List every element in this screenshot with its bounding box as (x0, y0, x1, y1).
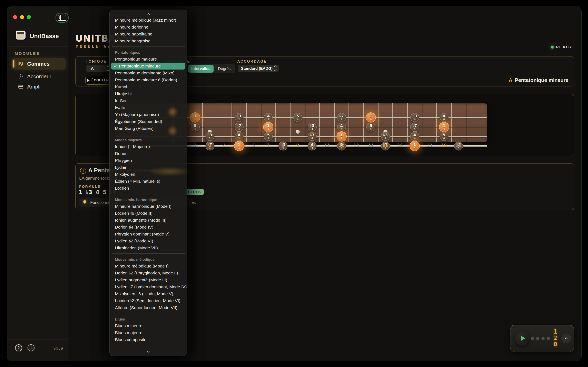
menu-item[interactable]: Blues mineure (110, 322, 187, 329)
menu-item[interactable]: Man Gong (Ritusen) (110, 125, 187, 132)
fret-number: 7 (264, 143, 273, 148)
interval-label: ♭7 (237, 124, 241, 128)
menu-item[interactable]: Lydien augmenté (Mode III) (110, 276, 187, 284)
note-marker: 54 (366, 123, 375, 132)
note-marker: 51 (191, 123, 200, 132)
menu-item[interactable]: Blues composite (110, 336, 187, 343)
divider (7, 339, 68, 340)
minimize-window-button[interactable] (20, 15, 24, 19)
menu-item[interactable]: Iwato (110, 104, 187, 111)
finger-number: 4 (443, 137, 445, 140)
interval-label: ♭3 (237, 114, 241, 118)
display-option-intervalles[interactable]: Intervalles (188, 65, 214, 73)
scroll-up-zone[interactable] (110, 11, 187, 17)
finger-number: 4 (414, 128, 416, 131)
menu-item[interactable]: Mineure mélodique (Mode I) (110, 263, 187, 269)
menu-item[interactable]: Mineure dorienne (110, 24, 187, 31)
interval-label: 4 (414, 133, 416, 137)
menu-item[interactable]: Kumoi (110, 83, 187, 90)
menu-item[interactable]: Lydien (110, 164, 187, 171)
scale-options-list: Mineure mélodique (Jazz minor)Mineure do… (110, 17, 187, 349)
note-marker: ♭71 (234, 123, 243, 132)
note-marker: 44 (410, 132, 419, 141)
select-chevrons-icon (107, 66, 109, 71)
menu-item[interactable]: Altérée (Super locrien, Mode VII) (110, 304, 187, 311)
accordage-select[interactable]: Standard (EADG) (238, 65, 279, 72)
menu-item[interactable]: Lydien ♯2 (Mode VI) (110, 238, 187, 244)
menu-item[interactable]: Hirajoshi (110, 90, 187, 97)
menu-item[interactable]: Locrien ♮2 (Semi-locrien, Mode VI) (110, 297, 187, 304)
chevron-up-icon (147, 13, 150, 16)
current-scale-title: A Pentatonique mineure (509, 77, 568, 83)
interval-label: 4 (340, 124, 343, 128)
menu-item[interactable]: Ionien augmenté (Mode III) (110, 217, 187, 224)
fret-number: 2 (191, 143, 200, 148)
ecouter-label: ÉCOUTER (91, 78, 109, 82)
menu-item[interactable]: Mineure mélodique (Jazz minor) (110, 17, 187, 24)
interval-label: 1 (443, 124, 445, 128)
menu-item[interactable]: Pentatonique majeure (110, 56, 187, 63)
menu-item[interactable]: Mixolydien (110, 171, 187, 178)
note-marker: ♭74 (308, 132, 317, 141)
display-mode-toggle: Intervalles Degrés (188, 64, 235, 73)
menu-item[interactable]: Locrien ♮6 (Mode II) (110, 210, 187, 217)
close-window-button[interactable] (13, 15, 17, 19)
fret-number: 4 (220, 143, 229, 148)
menu-item[interactable]: Mineure harmonique (Mode I) (110, 203, 187, 210)
info-icon: i (80, 167, 86, 174)
menu-item[interactable]: Mineure napolitaine (110, 31, 187, 38)
interval-label: 4 (443, 114, 445, 118)
menu-item[interactable]: Locrien (110, 185, 187, 192)
fret-number: 8 (278, 143, 287, 148)
interval-label: 1 (194, 114, 196, 118)
accordage-value: Standard (EADG) (241, 66, 273, 71)
finger-number: 4 (370, 128, 372, 131)
sidebar-item-accordeur[interactable]: Accordeur (12, 71, 66, 82)
interval-label: ♭7 (310, 133, 314, 137)
transport-play-button[interactable] (515, 331, 530, 346)
sidebar-toggle-button[interactable] (56, 13, 69, 23)
beat-dot (547, 337, 550, 340)
note-marker: 44 (337, 123, 346, 132)
menu-item[interactable]: Yo (Majeure japonaise) (110, 111, 187, 118)
menu-item[interactable]: Dorien (110, 150, 187, 157)
menu-item[interactable]: In-Sen (110, 97, 187, 104)
accordage-label: ACCORDAGE (237, 59, 267, 64)
note-marker: ♭31 (205, 132, 214, 141)
menu-section-header: Pentatoniques (110, 49, 187, 56)
help-button[interactable]: ? (14, 343, 23, 352)
menu-item[interactable]: Lydien ♭7 (Lydien dominant, Mode IV) (110, 284, 187, 290)
ecouter-button[interactable]: ÉCOUTER (85, 76, 111, 85)
scroll-down-zone[interactable] (110, 349, 187, 354)
menu-item[interactable]: Phrygien (110, 157, 187, 164)
zoom-window-button[interactable] (27, 15, 31, 19)
scale-dropdown-menu: Mineure mélodique (Jazz minor)Mineure do… (109, 9, 187, 356)
menu-item[interactable]: Dorien ♯4 (Mode IV) (110, 224, 187, 231)
menu-item[interactable]: Phrygien dominant (Mode V) (110, 231, 187, 238)
tonique-select[interactable]: A (86, 65, 112, 72)
menu-item[interactable]: Ultralocrien (Mode VII) (110, 244, 187, 251)
sidebar-item-gammes[interactable]: Gammes (12, 58, 66, 69)
about-button[interactable]: i (27, 343, 35, 352)
menu-item[interactable]: Pentatonique mineure 6 (Dorian) (110, 76, 187, 83)
amp-icon (17, 32, 24, 38)
sidebar: UnitBasse MODULES Gammes Accordeur (7, 6, 68, 361)
sidebar-item-ampli[interactable]: Ampli (12, 82, 66, 92)
menu-item[interactable]: Pentatonique mineure (111, 63, 185, 69)
genre-badge: BLUES (185, 189, 204, 195)
active-indicator (13, 60, 14, 67)
menu-item[interactable]: Mineure hongroise (110, 38, 187, 44)
menu-item[interactable]: Éolien (= Min. naturelle) (110, 178, 187, 185)
menu-item[interactable]: Dorien ♭2 (Phrygidorien, Mode II) (110, 269, 187, 276)
menu-item[interactable]: Ionien (= Majeure) (110, 143, 187, 150)
expand-transport-button[interactable] (561, 334, 571, 343)
menu-item[interactable]: Blues majeure (110, 329, 187, 336)
display-option-degres[interactable]: Degrés (214, 65, 235, 73)
menu-item[interactable]: Pentatonique dominante (Mixo) (110, 69, 187, 76)
interval-label: 4 (238, 133, 240, 137)
menu-item[interactable]: Mixolydien ♭6 (Hindu, Mode V) (110, 290, 187, 297)
app-window: UnitBasse MODULES Gammes Accordeur (7, 6, 582, 361)
note-marker: 14 (439, 122, 449, 132)
menu-item[interactable]: Égyptienne (Suspended) (110, 118, 187, 125)
finger-number: 4 (311, 137, 313, 140)
